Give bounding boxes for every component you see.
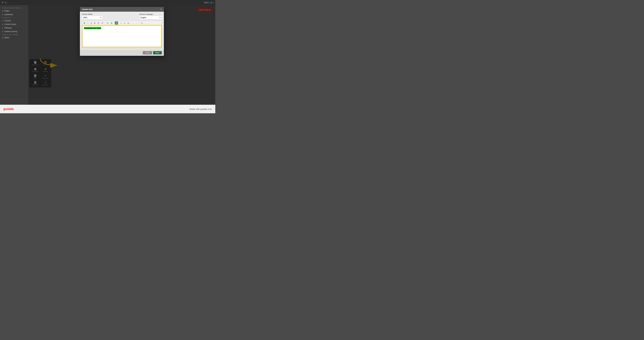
column-width-select[interactable]: 100% 75% 50% 25%	[82, 16, 102, 19]
user-info: EDS 1	[204, 2, 209, 4]
bold-button[interactable]: B	[83, 22, 86, 25]
sidebar-courses-label: Courses	[4, 20, 11, 22]
choose-language-label: Choose Language:	[140, 13, 162, 15]
modal-body: Column Width: 100% 75% 50% 25% Choose La…	[80, 12, 164, 50]
main-content: Delete Page 🗑 📄 Document 📦 SCORM 📋 Flow …	[28, 5, 215, 105]
pages-icon: ⊞	[2, 10, 4, 12]
close-button[interactable]: Close	[143, 51, 152, 54]
sidebar-section-products: Products	[0, 16, 28, 19]
dashboard-icon: ⊕	[2, 14, 4, 16]
sidebar-section-create-manage: Create and Manage	[0, 33, 28, 36]
made-with-text: Made with guidde.com	[190, 108, 212, 110]
sidebar-dashboard-label: Dashboard	[4, 14, 13, 16]
unlink-button[interactable]: ⛓	[110, 22, 113, 25]
sidebar-pages-label: Pages	[4, 10, 9, 12]
underline-button[interactable]: U	[90, 22, 93, 25]
sidebar-item-courses[interactable]: ⊙ Courses ›	[0, 19, 28, 23]
bullet-list-button[interactable]: ≡	[120, 22, 122, 25]
subscript-button[interactable]: X2	[100, 22, 104, 25]
modal-header: Update Item ×	[80, 7, 164, 12]
top-nav-left: ☰ C...	[2, 1, 8, 4]
superscript-button[interactable]: X2	[97, 22, 100, 25]
main-layout: Course Builder/Pages ⊞ Pages + ⊕ Dashboa…	[0, 5, 215, 105]
guidde-logo: guidde.	[4, 107, 14, 111]
strikethrough-button[interactable]: S	[93, 22, 96, 25]
toolbar-separator-2	[114, 22, 114, 24]
modal-options-row: Column Width: 100% 75% 50% 25% Choose La…	[82, 13, 162, 19]
align-button[interactable]: ⊟	[127, 22, 130, 25]
outdent-button[interactable]: ←	[135, 22, 138, 25]
save-button[interactable]: Save	[153, 51, 162, 54]
sidebar: Course Builder/Pages ⊞ Pages + ⊕ Dashboa…	[0, 5, 28, 105]
modal-close-x-button[interactable]: ×	[160, 8, 162, 10]
app-logo: C...	[5, 2, 8, 4]
sidebar-admin-label: Admin	[4, 37, 9, 39]
sidebar-section-course-builder: Course Builder/Pages	[0, 7, 28, 9]
editor-resize-handle[interactable]: ···	[82, 46, 161, 48]
sidebar-pathways-label: Pathways	[4, 27, 12, 29]
top-navigation: ☰ C... EDS 1 👤 ▾	[0, 0, 215, 5]
guided-learning-icon: ⊡	[2, 31, 4, 33]
pathways-icon: ⊜	[2, 27, 4, 29]
sidebar-item-dashboard[interactable]: ⊕ Dashboard ›	[0, 13, 28, 16]
sidebar-item-content-library[interactable]: ⊚ Content Library	[0, 23, 28, 26]
numbered-list-button[interactable]: ≔	[123, 22, 126, 25]
content-library-icon: ⊚	[2, 24, 4, 25]
indent-button[interactable]: →	[131, 22, 135, 25]
modal-footer: Close Save	[80, 50, 164, 56]
highlight-button[interactable]: A	[115, 22, 118, 25]
courses-arrow-icon: ›	[26, 20, 26, 22]
admin-arrow-icon: ›	[26, 37, 26, 39]
pages-add-icon[interactable]: +	[25, 10, 26, 12]
editor-area[interactable]: Paragraph text here.	[82, 26, 161, 46]
courses-icon: ⊙	[2, 20, 4, 22]
modal-overlay: Update Item × Column Width: 100% 75% 50%	[28, 5, 215, 105]
sidebar-item-pages[interactable]: ⊞ Pages +	[0, 9, 28, 13]
column-width-group: Column Width: 100% 75% 50% 25%	[82, 13, 102, 19]
sidebar-item-pathways[interactable]: ⊜ Pathways	[0, 26, 28, 30]
language-select[interactable]: English Spanish French German	[140, 16, 162, 19]
sidebar-content-library-label: Content Library	[4, 23, 16, 25]
editor-wrapper: Paragraph text here. ···	[82, 25, 162, 48]
language-group: Choose Language: English Spanish French …	[140, 13, 162, 19]
sidebar-item-guided-learning[interactable]: ⊡ Guided Learning	[0, 30, 28, 33]
sidebar-guided-learning-label: Guided Learning	[4, 31, 17, 33]
highlighted-text: Paragraph text here.	[84, 27, 101, 29]
italic-button[interactable]: I	[86, 22, 90, 25]
column-width-label: Column Width:	[82, 13, 102, 15]
hamburger-icon[interactable]: ☰	[2, 1, 4, 4]
update-item-modal: Update Item × Column Width: 100% 75% 50%	[80, 7, 164, 56]
bottom-bar: guidde. Made with guidde.com	[0, 105, 215, 113]
source-button[interactable]: <>	[140, 22, 144, 25]
top-nav-right: EDS 1 👤 ▾	[204, 2, 214, 4]
dashboard-arrow-icon: ›	[26, 14, 26, 15]
toolbar-separator-3	[118, 22, 119, 24]
admin-icon: ⚙	[2, 37, 4, 39]
user-icon[interactable]: 👤 ▾	[210, 2, 214, 4]
sidebar-item-admin[interactable]: ⚙ Admin ›	[0, 36, 28, 40]
modal-title: Update Item	[82, 8, 93, 10]
editor-toolbar: B I U S X2 X2 🔗 ⛓ A ≡ ≔ ⊟	[82, 21, 162, 25]
link-button[interactable]: 🔗	[106, 22, 110, 25]
